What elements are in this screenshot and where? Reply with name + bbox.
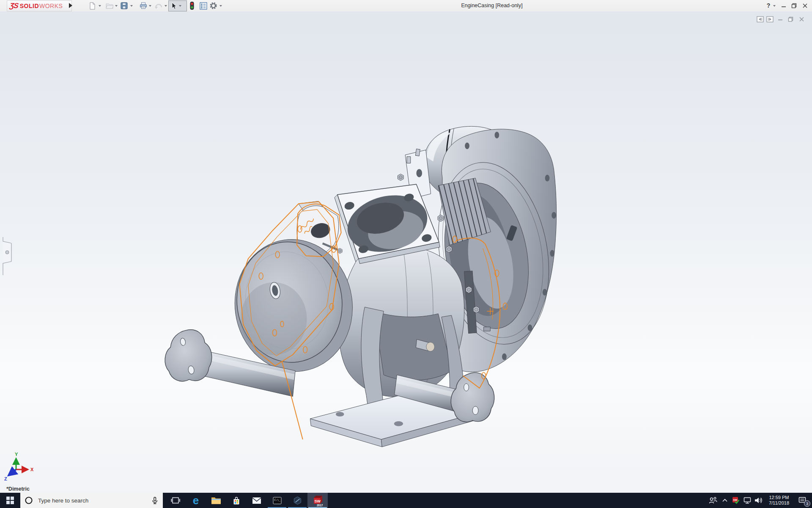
svg-text:2017: 2017 xyxy=(317,504,323,507)
solidworks-logo[interactable]: ƷS SOLID WORKS xyxy=(7,0,72,11)
undo-button[interactable] xyxy=(154,1,163,10)
undo-caret[interactable] xyxy=(165,5,167,7)
file-properties-icon xyxy=(200,2,207,10)
hexagon-app-icon xyxy=(293,496,302,505)
task-view-button[interactable] xyxy=(165,493,186,508)
open-folder-icon xyxy=(106,3,114,9)
tray-time: 12:59 PM xyxy=(769,495,789,500)
taskbar-item-solidworks[interactable]: SW 2017 xyxy=(307,493,328,508)
taskbar-item-mail[interactable] xyxy=(247,493,267,508)
taskbar-item-store[interactable] xyxy=(226,493,247,508)
action-center-button[interactable]: 3 xyxy=(793,493,812,508)
undo-icon xyxy=(154,3,163,9)
file-properties-button[interactable] xyxy=(199,1,208,10)
tray-date: 7/11/2018 xyxy=(769,500,789,506)
taskbar-item-hexagon-app[interactable] xyxy=(287,493,307,508)
microphone-icon[interactable] xyxy=(151,497,159,505)
title-bar: ƷS SOLID WORKS xyxy=(0,0,812,12)
select-cursor-icon xyxy=(170,2,178,10)
new-document-icon xyxy=(89,2,96,10)
z-axis-arrow xyxy=(8,469,16,475)
solidworks-2017-icon: SW 2017 xyxy=(312,494,324,507)
file-explorer-icon xyxy=(211,496,221,505)
view-orientation-label: *Dimetric xyxy=(6,486,30,492)
new-document-button[interactable] xyxy=(88,1,97,10)
menu-flyout-arrow-icon[interactable] xyxy=(69,3,72,8)
document-title: EngineCasing [Read-only] xyxy=(461,3,522,8)
hidden-icons-button[interactable] xyxy=(719,493,730,508)
windows-start-icon xyxy=(6,497,14,504)
select-caret[interactable] xyxy=(179,5,181,7)
close-icon xyxy=(802,3,808,8)
x-axis-label: X xyxy=(30,467,34,472)
volume-button[interactable] xyxy=(753,493,765,508)
people-icon xyxy=(708,496,718,505)
close-button[interactable] xyxy=(799,0,810,11)
search-input[interactable] xyxy=(37,497,147,504)
maximize-restore-button[interactable] xyxy=(788,0,799,11)
y-axis-label: Y xyxy=(15,452,18,457)
volume-icon xyxy=(754,496,763,505)
taskbar-item-command-prompt[interactable]: C:\_ xyxy=(267,493,287,508)
restore-icon xyxy=(791,3,797,8)
system-tray: SW 12:59 PM 7/11/201 xyxy=(707,493,812,508)
print-caret[interactable] xyxy=(149,5,151,7)
edge-icon: e xyxy=(193,495,199,506)
dassault-3s-icon: ƷS xyxy=(9,2,19,10)
cortana-icon xyxy=(25,496,33,505)
select-tool-button[interactable] xyxy=(168,0,187,11)
store-icon xyxy=(232,496,241,505)
chevron-up-icon xyxy=(721,497,728,504)
open-caret[interactable] xyxy=(115,5,118,7)
svg-text:SW: SW xyxy=(314,499,321,503)
network-icon xyxy=(743,496,752,505)
svg-text:C:\_: C:\_ xyxy=(274,498,280,501)
rebuild-stoplight-icon xyxy=(190,2,194,10)
command-prompt-icon: C:\_ xyxy=(273,497,282,505)
clock[interactable]: 12:59 PM 7/11/2018 xyxy=(765,493,793,508)
save-floppy-icon xyxy=(121,2,128,9)
solidworks-monitor-icon: SW xyxy=(732,496,740,505)
logo-text-works: WORKS xyxy=(39,3,63,9)
start-button[interactable] xyxy=(0,493,20,508)
new-document-caret[interactable] xyxy=(99,5,101,7)
save-button[interactable] xyxy=(119,1,129,10)
rebuild-button[interactable] xyxy=(187,1,197,10)
z-axis-label: Z xyxy=(4,476,7,481)
taskbar-item-edge[interactable]: e xyxy=(186,493,206,508)
save-caret[interactable] xyxy=(130,5,133,7)
notification-badge: 3 xyxy=(804,500,810,507)
taskbar-search[interactable] xyxy=(20,493,163,508)
help-caret[interactable] xyxy=(773,5,776,7)
network-button[interactable] xyxy=(741,493,753,508)
print-icon xyxy=(140,2,147,9)
logo-text-solid: SOLID xyxy=(20,3,39,9)
svg-text:SW: SW xyxy=(733,499,738,501)
windows-taskbar: e C:\_ xyxy=(0,493,812,508)
people-button[interactable] xyxy=(707,493,719,508)
options-caret[interactable] xyxy=(219,5,222,7)
task-view-icon xyxy=(171,497,180,504)
minimize-button[interactable] xyxy=(778,0,789,11)
print-button[interactable] xyxy=(139,1,148,10)
solidworks-window: ƷS SOLID WORKS xyxy=(0,0,812,508)
mail-icon xyxy=(252,497,261,504)
minimize-icon xyxy=(781,3,786,8)
reference-triad: Y X Z xyxy=(3,452,41,483)
cap-nut xyxy=(426,342,435,351)
engine-casing-model[interactable] xyxy=(0,11,812,493)
taskbar-item-file-explorer[interactable] xyxy=(206,493,226,508)
solidworks-monitor-button[interactable]: SW xyxy=(730,493,741,508)
help-button[interactable]: ? xyxy=(763,0,774,11)
cover-plate-part[interactable] xyxy=(226,232,361,379)
options-button[interactable] xyxy=(208,1,218,10)
graphics-area[interactable]: Y X Z *Dimetric xyxy=(0,11,812,493)
open-button[interactable] xyxy=(105,1,114,10)
options-gear-icon xyxy=(209,2,217,10)
